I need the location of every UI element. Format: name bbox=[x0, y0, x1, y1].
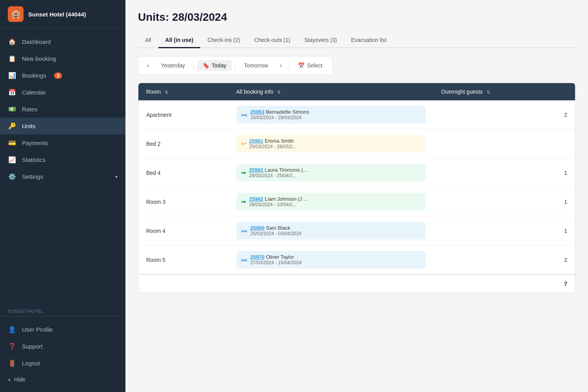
sidebar-item-statistics[interactable]: 📈 Statistics bbox=[0, 151, 125, 168]
page-title: Units: 28/03/2024 bbox=[138, 11, 575, 24]
total-label-cell bbox=[138, 274, 229, 292]
settings-chevron: ▾ bbox=[115, 174, 118, 180]
booking-name-0: Bernadette Simons bbox=[266, 109, 309, 115]
date-divider-1 bbox=[194, 61, 194, 70]
date-divider-2 bbox=[235, 61, 235, 70]
bookings-badge: 3 bbox=[54, 73, 62, 79]
logout-icon: 🚪 bbox=[8, 359, 16, 367]
room-cell-4: Room 4 bbox=[138, 216, 229, 245]
bookmark-icon: 🔖 bbox=[203, 62, 209, 69]
sidebar-item-logout[interactable]: 🚪 Logout bbox=[0, 355, 125, 372]
sidebar-footer: 👤 User Profile ❓ Support 🚪 Logout « Hide bbox=[0, 316, 125, 392]
guests-cell-4: 1 bbox=[434, 216, 575, 245]
statistics-icon: 📈 bbox=[8, 156, 16, 163]
booking-info-1: 25961 Emma Smith 25/03/2024 - 28/03/2... bbox=[249, 138, 297, 149]
rates-icon: 💵 bbox=[8, 105, 16, 113]
sidebar-item-user-profile[interactable]: 👤 User Profile bbox=[0, 321, 125, 338]
main-content-area: Units: 28/03/2024 All All (in use) Check… bbox=[125, 0, 588, 392]
booking-type-icon-3: ➡ bbox=[241, 198, 246, 205]
col-header-room[interactable]: Room ⇅ bbox=[138, 83, 229, 100]
booking-type-icon-1: ↩ bbox=[241, 140, 246, 147]
booking-id-0[interactable]: 25953 bbox=[250, 109, 265, 115]
booking-cell-1: ↩ 25961 Emma Smith 25/03/2024 - 28/03/2.… bbox=[229, 129, 434, 158]
tab-evacuation[interactable]: Evacuation list bbox=[344, 33, 393, 48]
table-header-row: Room ⇅ All booking info ⇅ Overnight gues… bbox=[138, 83, 575, 100]
sidebar-item-units[interactable]: 🔑 Units bbox=[0, 118, 125, 134]
booking-info-5: 25970 Oliver Taylor 27/03/2024 - 15/04/2… bbox=[250, 254, 302, 265]
date-today[interactable]: 🔖 Today bbox=[197, 60, 232, 71]
main-content: Units: 28/03/2024 All All (in use) Check… bbox=[125, 0, 588, 392]
date-select[interactable]: 📅 Select bbox=[292, 60, 328, 71]
date-tomorrow[interactable]: Tomorrow bbox=[238, 60, 273, 71]
app-logo: 🏨 bbox=[8, 6, 24, 22]
guests-cell-3: 1 bbox=[434, 187, 575, 216]
sidebar-section-label: SUNSETHOTEL bbox=[0, 303, 125, 316]
guests-cell-0: 2 bbox=[434, 100, 575, 129]
tab-check-outs[interactable]: Check-outs (1) bbox=[247, 33, 297, 48]
booking-dates-0: 26/03/2024 - 29/03/2024 bbox=[250, 115, 309, 120]
bookings-icon: 📊 bbox=[8, 72, 16, 79]
payments-icon: 💳 bbox=[8, 139, 16, 147]
sidebar-item-calendar[interactable]: 📅 Calendar bbox=[0, 84, 125, 101]
col-header-booking-info[interactable]: All booking info ⇅ bbox=[229, 83, 434, 100]
table-row: Room 4 🛏 25960 Sam Black 25/03/2024 - 03… bbox=[138, 216, 575, 245]
total-empty-cell bbox=[229, 274, 434, 292]
tab-all-in-use[interactable]: All (in use) bbox=[158, 33, 201, 48]
table-row: Bed 2 ↩ 25961 Emma Smith 25/03/2024 - 28… bbox=[138, 129, 575, 158]
booking-card-1[interactable]: ↩ 25961 Emma Smith 25/03/2024 - 28/03/2.… bbox=[236, 135, 426, 152]
booking-info-0: 25953 Bernadette Simons 26/03/2024 - 29/… bbox=[250, 109, 309, 120]
booking-card-0[interactable]: 🛏 25953 Bernadette Simons 26/03/2024 - 2… bbox=[236, 106, 426, 123]
date-nav: ‹ Yesterday 🔖 Today Tomorrow › 📅 Select bbox=[138, 56, 333, 75]
units-icon: 🔑 bbox=[8, 122, 16, 130]
booking-id-1[interactable]: 25961 bbox=[249, 138, 263, 144]
booking-info-4: 25960 Sam Black 25/03/2024 - 03/04/2024 bbox=[250, 225, 302, 236]
calendar-pick-icon: 📅 bbox=[298, 62, 305, 69]
user-profile-icon: 👤 bbox=[8, 326, 16, 333]
booking-card-4[interactable]: 🛏 25960 Sam Black 25/03/2024 - 03/04/202… bbox=[236, 222, 426, 240]
total-guests-cell: 7 bbox=[434, 274, 575, 292]
sidebar-item-dashboard[interactable]: 🏠 Dashboard bbox=[0, 33, 125, 50]
booking-id-5[interactable]: 25970 bbox=[250, 254, 265, 260]
calendar-icon: 📅 bbox=[8, 89, 16, 96]
booking-name-1: Emma Smith bbox=[265, 138, 294, 144]
booking-id-4[interactable]: 25960 bbox=[250, 225, 265, 231]
sidebar-item-payments[interactable]: 💳 Payments bbox=[0, 134, 125, 151]
tab-all[interactable]: All bbox=[138, 33, 158, 48]
hide-icon: « bbox=[8, 376, 11, 383]
guests-cell-2: 1 bbox=[434, 158, 575, 187]
new-booking-icon: 📋 bbox=[8, 55, 16, 62]
booking-info-2: 25982 Laura Timmons (... 28/03/2024 - 25… bbox=[249, 167, 307, 178]
booking-id-2[interactable]: 25982 bbox=[249, 167, 263, 173]
sidebar-item-rates[interactable]: 💵 Rates bbox=[0, 101, 125, 118]
col-header-overnight-guests[interactable]: Overnight guests ⇅ bbox=[434, 83, 575, 100]
room-sort-icon: ⇅ bbox=[165, 90, 168, 94]
sidebar-item-bookings[interactable]: 📊 Bookings 3 bbox=[0, 67, 125, 84]
booking-type-icon-2: ➡ bbox=[241, 169, 246, 176]
hide-sidebar-button[interactable]: « Hide bbox=[0, 372, 125, 387]
settings-icon: ⚙️ bbox=[8, 173, 16, 180]
guests-cell-5: 2 bbox=[434, 245, 575, 275]
hotel-name: Sunset Hotel (44044) bbox=[28, 11, 86, 18]
booking-dates-1: 25/03/2024 - 28/03/2... bbox=[249, 144, 297, 149]
booking-card-5[interactable]: 🛏 25970 Oliver Taylor 27/03/2024 - 15/04… bbox=[236, 251, 426, 269]
room-cell-2: Bed 4 bbox=[138, 158, 229, 187]
booking-type-icon-5: 🛏 bbox=[241, 256, 247, 263]
sidebar-item-new-booking[interactable]: 📋 New booking bbox=[0, 50, 125, 67]
booking-sort-icon: ⇅ bbox=[277, 90, 281, 94]
date-next-button[interactable]: › bbox=[276, 60, 286, 71]
date-yesterday[interactable]: Yesterday bbox=[155, 60, 191, 71]
units-table-container: Room ⇅ All booking info ⇅ Overnight gues… bbox=[138, 83, 575, 293]
booking-type-icon-4: 🛏 bbox=[241, 227, 247, 234]
booking-card-2[interactable]: ➡ 25982 Laura Timmons (... 28/03/2024 - … bbox=[236, 164, 426, 181]
booking-id-3[interactable]: 25962 bbox=[249, 196, 263, 202]
room-cell-0: Apartment bbox=[138, 100, 229, 129]
date-prev-button[interactable]: ‹ bbox=[143, 60, 153, 71]
guests-sort-icon: ⇅ bbox=[486, 90, 490, 94]
tab-check-ins[interactable]: Check-ins (2) bbox=[200, 33, 247, 48]
sidebar-item-settings[interactable]: ⚙️ Settings ▾ bbox=[0, 168, 125, 185]
table-row: Room 3 ➡ 25962 Liam Johnson (J ... 28/03… bbox=[138, 187, 575, 216]
sidebar-item-support[interactable]: ❓ Support bbox=[0, 338, 125, 355]
room-cell-5: Room 5 bbox=[138, 245, 229, 275]
booking-card-3[interactable]: ➡ 25962 Liam Johnson (J ... 28/03/2024 -… bbox=[236, 193, 426, 211]
tab-stayovers[interactable]: Stayovers (3) bbox=[297, 33, 344, 48]
